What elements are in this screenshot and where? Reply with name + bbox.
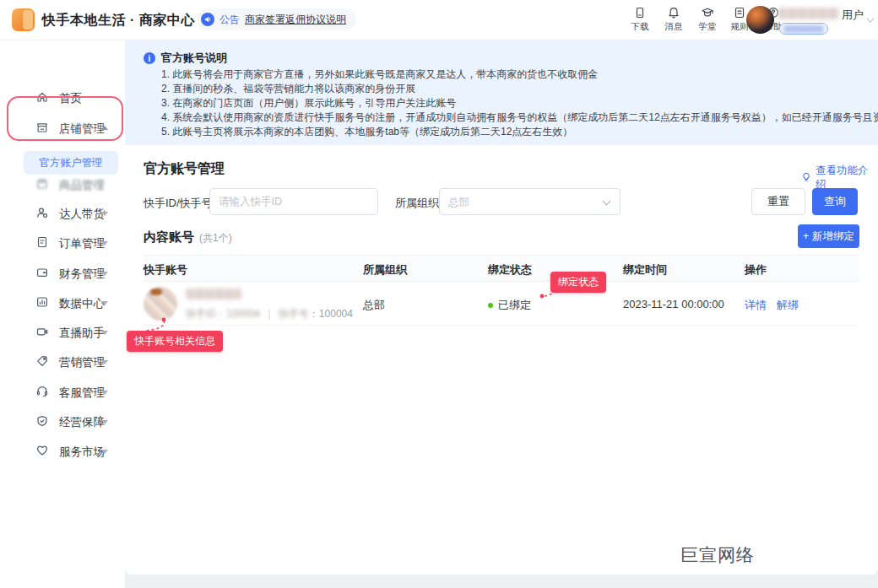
account-id-line: 快手ID：100004 | 快手号：100004 — [186, 307, 353, 321]
table-header: 快手账号 所属组织 绑定状态 绑定时间 操作 — [144, 255, 859, 282]
kuaishou-id-label: 快手ID/快手号 — [144, 196, 213, 211]
col-status: 绑定状态 — [488, 262, 532, 278]
col-org: 所属组织 — [363, 262, 407, 278]
caret-down-icon — [101, 420, 108, 424]
divider: | — [268, 308, 270, 320]
kuaishou-id-input[interactable] — [209, 188, 378, 215]
sidebar-item-customer-service[interactable]: 客服管理 — [0, 384, 125, 401]
account-avatar — [144, 287, 177, 321]
sidebar-item-home[interactable]: 首页 — [0, 89, 125, 106]
sidebar-item-shop-management[interactable]: 店铺管理 — [0, 120, 125, 137]
notice-line-4: 4. 系统会默认使用商家的资质进行快手服务号的注册，开通成功则自动拥有服务号的权… — [161, 111, 878, 125]
headset-icon — [35, 385, 49, 402]
detail-link[interactable]: 详情 — [745, 298, 767, 313]
notice-line-2: 2. 直播间的秒杀、福袋等营销能力将以该商家的身份开展 — [161, 82, 415, 96]
wallet-icon — [35, 266, 49, 283]
org-label: 所属组织 — [395, 196, 439, 211]
video-camera-icon — [35, 325, 49, 342]
account-name-redacted — [186, 289, 241, 299]
table-row: 快手ID：100004 | 快手号：100004 总部 已绑定 2023-11-… — [144, 282, 859, 326]
caret-down-icon — [101, 241, 108, 245]
graduation-cap-icon — [701, 6, 714, 19]
caret-down-icon — [101, 360, 108, 364]
storefront-icon — [35, 121, 49, 138]
nav-academy[interactable]: 学堂 — [691, 6, 724, 33]
search-button[interactable]: 查询 — [812, 188, 858, 215]
megaphone-icon — [201, 13, 214, 26]
col-bind-time: 绑定时间 — [623, 262, 667, 278]
sidebar-item-product-management[interactable]: 商品管理 — [0, 176, 125, 193]
announcement-bar[interactable]: 公告 商家签署返佣协议说明 — [197, 8, 356, 30]
account-id-redacted: 快手ID：100004 — [186, 308, 260, 320]
row-org: 总部 — [363, 298, 385, 313]
caret-down-icon — [101, 391, 108, 395]
home-icon — [35, 90, 49, 107]
app-logo — [12, 8, 35, 31]
bell-icon — [667, 6, 680, 19]
org-select-value: 总部 — [448, 196, 469, 210]
add-binding-button[interactable]: + 新增绑定 — [798, 224, 859, 248]
shield-icon — [35, 414, 49, 431]
status-dot-green — [488, 303, 493, 308]
info-icon: i — [144, 52, 155, 64]
caret-down-icon — [101, 272, 108, 276]
sidebar-item-influencer[interactable]: 达人带货 — [0, 205, 125, 222]
page-title: 官方账号管理 — [144, 160, 225, 178]
sidebar-item-service-market[interactable]: 服务市场 — [0, 443, 125, 460]
unbind-link[interactable]: 解绑 — [777, 298, 799, 313]
col-actions: 操作 — [745, 262, 767, 278]
sidebar-item-data-center[interactable]: 数据中心 — [0, 294, 125, 311]
chevron-down-icon — [603, 197, 611, 206]
badge-text-redacted — [784, 25, 823, 33]
col-account: 快手账号 — [144, 262, 187, 278]
caret-up-icon — [101, 126, 108, 130]
announcement-tag: 公告 — [220, 13, 240, 27]
user-name-redacted — [778, 8, 839, 19]
sidebar-item-marketing[interactable]: 营销管理 — [0, 353, 125, 370]
app-title: 快手本地生活 · 商家中心 — [42, 12, 195, 30]
org-select[interactable]: 总部 — [439, 188, 621, 215]
person-icon — [35, 206, 49, 223]
annotation-account-callout: 快手账号相关信息 — [127, 331, 223, 352]
row-bind-time: 2023-11-21 00:00:00 — [623, 298, 724, 310]
document-icon — [733, 6, 746, 19]
heart-icon — [35, 444, 49, 461]
user-role-badge — [779, 23, 828, 35]
bar-chart-icon — [35, 295, 49, 312]
section-count: (共1个) — [199, 231, 232, 245]
notice-line-1: 1. 此账号将会用于商家官方直播，另外如果此账号既是商家又是达人，带本商家的货也… — [161, 67, 598, 82]
sidebar-item-orders[interactable]: 订单管理 — [0, 235, 125, 251]
user-name-suffix: 用户 — [842, 8, 864, 23]
section-title: 内容账号 — [144, 229, 194, 245]
nav-download[interactable]: 下载 — [623, 6, 657, 33]
caret-down-icon — [101, 212, 108, 216]
sidebar-subitem-official-account[interactable]: 官方账户管理 — [24, 151, 118, 175]
download-icon — [633, 6, 647, 19]
main-panel: 官方账号管理 查看功能介绍 快手ID/快手号 所属组织 总部 重置 查询 内容账… — [125, 145, 878, 575]
sidebar-item-business-guarantee[interactable]: 经营保障 — [0, 413, 125, 430]
row-status: 已绑定 — [488, 298, 531, 313]
caret-down-icon — [101, 450, 108, 454]
account-handle-value: ：100004 — [309, 308, 353, 320]
official-account-notice: i 官方账号说明 1. 此账号将会用于商家官方直播，另外如果此账号既是商家又是达… — [125, 40, 878, 145]
notice-line-5: 5. 此账号主页将展示本商家的本店团购、本地服务tab等（绑定成功后第二天12点… — [161, 125, 572, 139]
sidebar-item-live-assistant[interactable]: 直播助手 — [0, 324, 125, 341]
tag-icon — [35, 354, 49, 371]
announcement-link[interactable]: 商家签署返佣协议说明 — [245, 13, 346, 27]
caret-down-icon — [101, 301, 108, 305]
sidebar-item-finance[interactable]: 财务管理 — [0, 265, 125, 282]
notice-title: 官方账号说明 — [161, 51, 227, 66]
nav-messages[interactable]: 消息 — [657, 6, 691, 33]
box-icon — [35, 177, 49, 194]
account-handle-label-redacted: 快手号 — [279, 308, 309, 320]
reset-button[interactable]: 重置 — [751, 188, 805, 215]
watermark-text: 巨宣网络 — [680, 543, 755, 567]
user-avatar[interactable] — [746, 6, 774, 34]
lightbulb-icon — [800, 171, 812, 186]
annotation-status-callout: 绑定状态 — [550, 272, 606, 293]
top-header: 快手本地生活 · 商家中心 公告 商家签署返佣协议说明 下载 消息 学堂 规则 … — [0, 0, 878, 40]
chevron-down-icon[interactable] — [866, 14, 874, 22]
order-doc-icon — [35, 235, 49, 252]
caret-down-icon — [101, 331, 108, 335]
sidebar: 首页 店铺管理 官方账户管理 商品管理 达人带货 订单管理 财务管理 数据中心 … — [0, 40, 125, 588]
